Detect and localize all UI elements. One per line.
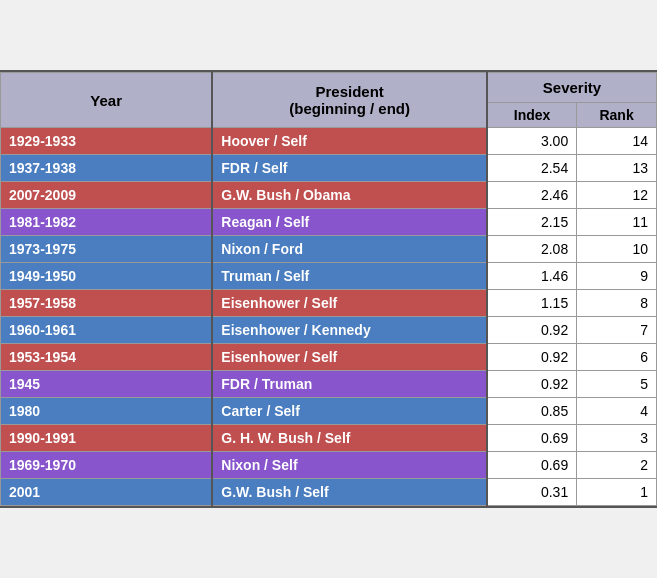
table-row: 1945 FDR / Truman 0.92 5 (1, 371, 657, 398)
index-cell: 0.31 (487, 479, 577, 506)
president-cell: Hoover / Self (212, 128, 487, 155)
recession-table: Year President(beginning / end) Severity… (0, 70, 657, 508)
rank-cell: 14 (577, 128, 657, 155)
year-cell: 1953-1954 (1, 344, 213, 371)
rank-cell: 9 (577, 263, 657, 290)
index-cell: 0.69 (487, 425, 577, 452)
table-row: 1957-1958 Eisenhower / Self 1.15 8 (1, 290, 657, 317)
index-cell: 2.08 (487, 236, 577, 263)
president-cell: Reagan / Self (212, 209, 487, 236)
president-cell: Nixon / Ford (212, 236, 487, 263)
table-row: 1981-1982 Reagan / Self 2.15 11 (1, 209, 657, 236)
rank-cell: 10 (577, 236, 657, 263)
president-cell: G. H. W. Bush / Self (212, 425, 487, 452)
president-cell: G.W. Bush / Obama (212, 182, 487, 209)
year-cell: 1957-1958 (1, 290, 213, 317)
rank-cell: 1 (577, 479, 657, 506)
rank-cell: 2 (577, 452, 657, 479)
index-cell: 0.69 (487, 452, 577, 479)
rank-cell: 7 (577, 317, 657, 344)
table-row: 1980 Carter / Self 0.85 4 (1, 398, 657, 425)
president-cell: FDR / Self (212, 155, 487, 182)
table-row: 2007-2009 G.W. Bush / Obama 2.46 12 (1, 182, 657, 209)
president-header: President(beginning / end) (212, 73, 487, 128)
year-cell: 2001 (1, 479, 213, 506)
president-cell: Eisenhower / Self (212, 290, 487, 317)
index-cell: 2.54 (487, 155, 577, 182)
index-cell: 0.85 (487, 398, 577, 425)
rank-cell: 12 (577, 182, 657, 209)
table-row: 1929-1933 Hoover / Self 3.00 14 (1, 128, 657, 155)
index-cell: 2.46 (487, 182, 577, 209)
index-cell: 1.46 (487, 263, 577, 290)
year-cell: 1973-1975 (1, 236, 213, 263)
index-header: Index (487, 103, 577, 128)
president-cell: Eisenhower / Kennedy (212, 317, 487, 344)
rank-cell: 6 (577, 344, 657, 371)
president-cell: FDR / Truman (212, 371, 487, 398)
table-row: 1990-1991 G. H. W. Bush / Self 0.69 3 (1, 425, 657, 452)
rank-cell: 5 (577, 371, 657, 398)
table-row: 2001 G.W. Bush / Self 0.31 1 (1, 479, 657, 506)
table-row: 1973-1975 Nixon / Ford 2.08 10 (1, 236, 657, 263)
president-cell: Carter / Self (212, 398, 487, 425)
table-row: 1969-1970 Nixon / Self 0.69 2 (1, 452, 657, 479)
president-cell: G.W. Bush / Self (212, 479, 487, 506)
table-row: 1953-1954 Eisenhower / Self 0.92 6 (1, 344, 657, 371)
president-cell: Nixon / Self (212, 452, 487, 479)
rank-cell: 3 (577, 425, 657, 452)
rank-cell: 8 (577, 290, 657, 317)
rank-cell: 4 (577, 398, 657, 425)
year-cell: 1929-1933 (1, 128, 213, 155)
year-cell: 1937-1938 (1, 155, 213, 182)
year-cell: 2007-2009 (1, 182, 213, 209)
year-cell: 1960-1961 (1, 317, 213, 344)
index-cell: 0.92 (487, 317, 577, 344)
year-cell: 1990-1991 (1, 425, 213, 452)
president-cell: Truman / Self (212, 263, 487, 290)
year-header: Year (1, 73, 213, 128)
table-row: 1937-1938 FDR / Self 2.54 13 (1, 155, 657, 182)
index-cell: 1.15 (487, 290, 577, 317)
index-cell: 3.00 (487, 128, 577, 155)
rank-header: Rank (577, 103, 657, 128)
rank-cell: 13 (577, 155, 657, 182)
year-cell: 1981-1982 (1, 209, 213, 236)
rank-cell: 11 (577, 209, 657, 236)
year-cell: 1969-1970 (1, 452, 213, 479)
severity-header: Severity (487, 73, 657, 103)
table-row: 1960-1961 Eisenhower / Kennedy 0.92 7 (1, 317, 657, 344)
index-cell: 0.92 (487, 371, 577, 398)
index-cell: 0.92 (487, 344, 577, 371)
year-cell: 1949-1950 (1, 263, 213, 290)
table-row: 1949-1950 Truman / Self 1.46 9 (1, 263, 657, 290)
president-cell: Eisenhower / Self (212, 344, 487, 371)
year-cell: 1945 (1, 371, 213, 398)
year-cell: 1980 (1, 398, 213, 425)
index-cell: 2.15 (487, 209, 577, 236)
